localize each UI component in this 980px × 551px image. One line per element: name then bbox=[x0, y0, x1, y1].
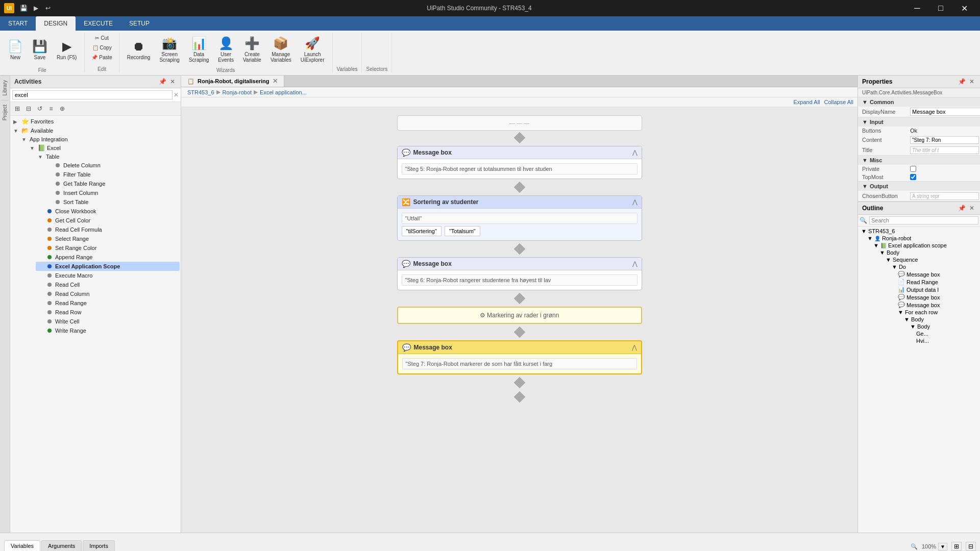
tree-filter-table[interactable]: Filter Table bbox=[44, 170, 180, 179]
grid-view-btn[interactable]: ⊟ bbox=[966, 542, 976, 551]
project-label[interactable]: Project bbox=[1, 100, 9, 124]
tree-excel[interactable]: ▼ 📗 Excel bbox=[28, 143, 180, 153]
app-integration-expand[interactable]: ▼ bbox=[21, 137, 28, 142]
tree-available[interactable]: ▼ 📂 Available bbox=[11, 126, 180, 135]
run-button[interactable]: ▶ Run (F5) bbox=[53, 34, 80, 65]
outline-ronja-expand[interactable]: ▼ bbox=[867, 235, 873, 241]
prop-section-misc-header[interactable]: ▼ Misc bbox=[858, 156, 980, 165]
tree-delete-column[interactable]: Delete Column bbox=[44, 161, 180, 170]
workflow-node-msg2[interactable]: 💬 Message box ⋀ "Steg 6: Ronja-Robot ran… bbox=[397, 257, 642, 290]
tab-imports[interactable]: Imports bbox=[83, 540, 115, 551]
tree-execute-macro[interactable]: Execute Macro bbox=[36, 271, 180, 280]
table-expand[interactable]: ▼ bbox=[38, 154, 44, 160]
node-collapse-msg3[interactable]: ⋀ bbox=[632, 344, 637, 351]
close-panel-btn[interactable]: ✕ bbox=[168, 78, 177, 86]
zoom-dropdown-btn[interactable]: ▼ bbox=[938, 543, 947, 550]
tree-insert-column[interactable]: Insert Column bbox=[44, 188, 180, 197]
outline-close-btn[interactable]: ✕ bbox=[968, 204, 976, 212]
outline-body3-expand[interactable]: ▼ bbox=[910, 323, 916, 330]
tree-write-cell[interactable]: Write Cell bbox=[36, 317, 180, 326]
prop-section-output-header[interactable]: ▼ Output bbox=[858, 182, 980, 191]
recording-button[interactable]: ⏺ Recording bbox=[124, 34, 154, 65]
save-quick-btn[interactable]: 💾 bbox=[18, 3, 29, 13]
workflow-node-marking[interactable]: ⚙ Markering av rader i grønn bbox=[397, 307, 642, 324]
outline-str453-expand[interactable]: ▼ bbox=[861, 228, 867, 234]
cut-button[interactable]: ✂ Cut bbox=[89, 34, 114, 42]
copy-button[interactable]: 📋 Copy bbox=[89, 43, 114, 52]
breadcrumb-str453[interactable]: STR453_6 bbox=[187, 89, 214, 95]
tab-variables[interactable]: Variables bbox=[4, 540, 40, 551]
tree-app-integration[interactable]: ▼ App Integration bbox=[19, 135, 180, 143]
outline-output-data[interactable]: 📊 Output data l bbox=[896, 286, 979, 293]
favorites-expand[interactable]: ▶ bbox=[13, 119, 19, 124]
outline-str453[interactable]: ▼ STR453_6 bbox=[859, 228, 979, 235]
expand-all-btn[interactable]: Expand All bbox=[794, 99, 820, 105]
canvas-tab-close[interactable]: ✕ bbox=[273, 78, 278, 85]
screen-scraping-button[interactable]: 📸 ScreenScraping bbox=[156, 34, 183, 65]
tree-table[interactable]: ▼ Table bbox=[36, 153, 180, 161]
node-collapse-msg1[interactable]: ⋀ bbox=[632, 149, 638, 156]
create-variable-button[interactable]: ➕ CreateVariable bbox=[239, 34, 265, 65]
library-label[interactable]: Library bbox=[1, 76, 9, 100]
new-button[interactable]: 📄 New bbox=[4, 34, 27, 65]
outline-body2-expand[interactable]: ▼ bbox=[904, 316, 910, 322]
tree-select-range[interactable]: Select Range bbox=[36, 234, 180, 243]
excel-expand[interactable]: ▼ bbox=[30, 145, 36, 151]
tree-sort-table[interactable]: Sort Table bbox=[44, 197, 180, 207]
expand-all-tree-btn[interactable]: ⊞ bbox=[12, 104, 22, 114]
workflow-node-sort[interactable]: 🔀 Sortering av studenter ⋀ "Utfall" "til… bbox=[397, 195, 642, 241]
private-checkbox[interactable] bbox=[910, 166, 916, 172]
tab-setup[interactable]: SETUP bbox=[121, 16, 158, 31]
node-collapse-sort[interactable]: ⋀ bbox=[632, 198, 638, 206]
breadcrumb-excel[interactable]: Excel application... bbox=[260, 89, 307, 95]
tree-close-workbook[interactable]: Close Workbook bbox=[36, 207, 180, 216]
collapse-all-tree-btn[interactable]: ⊟ bbox=[23, 104, 34, 114]
tab-start[interactable]: START bbox=[0, 16, 36, 31]
canvas-tab-main[interactable]: 📋 Ronja-Robot, digitalisering ✕ bbox=[181, 76, 284, 87]
data-scraping-button[interactable]: 📊 DataScraping bbox=[185, 34, 212, 65]
topmost-checkbox[interactable] bbox=[910, 174, 916, 180]
tree-get-table-range[interactable]: Get Table Range bbox=[44, 179, 180, 188]
outline-excel-scope[interactable]: ▼ 📗 Excel application scope bbox=[871, 242, 979, 249]
manage-variables-button[interactable]: 📦 ManageVariables bbox=[267, 34, 295, 65]
add-activity-btn[interactable]: ⊕ bbox=[57, 104, 67, 114]
displayname-input[interactable] bbox=[910, 108, 980, 116]
minimize-btn[interactable]: ─ bbox=[905, 0, 929, 16]
tree-set-range-color[interactable]: Set Range Color bbox=[36, 243, 180, 253]
run-quick-btn[interactable]: ▶ bbox=[31, 3, 41, 13]
refresh-tree-btn[interactable]: ↺ bbox=[35, 104, 45, 114]
node-collapse-msg2[interactable]: ⋀ bbox=[632, 260, 638, 267]
prop-pin-btn[interactable]: 📌 bbox=[958, 78, 966, 86]
prop-section-input-header[interactable]: ▼ Input bbox=[858, 117, 980, 127]
fit-to-screen-btn[interactable]: ⊞ bbox=[951, 542, 962, 551]
prop-section-common-header[interactable]: ▼ Common bbox=[858, 97, 980, 107]
user-events-button[interactable]: 👤 UserEvents bbox=[214, 34, 237, 65]
outline-body2[interactable]: ▼ Body bbox=[902, 316, 979, 323]
outline-body1-expand[interactable]: ▼ bbox=[879, 249, 885, 256]
tree-favorites[interactable]: ▶ ⭐ Favorites bbox=[11, 117, 180, 126]
outline-body3[interactable]: ▼ Body bbox=[908, 323, 979, 330]
tree-excel-app-scope[interactable]: Excel Application Scope bbox=[36, 262, 180, 271]
outline-ronja-robot[interactable]: ▼ 👤 Ronja-robot bbox=[865, 235, 979, 242]
undo-quick-btn[interactable]: ↩ bbox=[43, 3, 53, 13]
tree-read-range[interactable]: Read Range bbox=[36, 298, 180, 308]
canvas-content[interactable]: — — — 💬 Message box ⋀ "Steg 5: Ronja-Rob… bbox=[181, 107, 857, 533]
outline-read-range[interactable]: 📄 Read Range bbox=[896, 278, 979, 286]
tree-write-range[interactable]: Write Range bbox=[36, 326, 180, 335]
outline-excel-scope-expand[interactable]: ▼ bbox=[873, 242, 879, 248]
outline-hvi[interactable]: Hvi... bbox=[914, 337, 979, 344]
paste-button[interactable]: 📌 Paste bbox=[89, 53, 114, 62]
tab-design[interactable]: DESIGN bbox=[36, 16, 76, 31]
tree-read-cell[interactable]: Read Cell bbox=[36, 280, 180, 289]
workflow-node-msg3[interactable]: 💬 Message box ⋀ "Steg 7: Ronja-Robot mar… bbox=[397, 340, 642, 374]
outline-msg-box3[interactable]: 💬 Message box bbox=[896, 301, 979, 309]
available-expand[interactable]: ▼ bbox=[13, 128, 19, 134]
tree-read-row[interactable]: Read Row bbox=[36, 308, 180, 317]
outline-sequence-expand[interactable]: ▼ bbox=[886, 257, 891, 263]
tree-read-cell-formula[interactable]: Read Cell Formula bbox=[36, 225, 180, 234]
outline-pin-btn[interactable]: 📌 bbox=[958, 204, 966, 212]
search-input[interactable] bbox=[12, 90, 173, 99]
outline-msg-box2[interactable]: 💬 Message box bbox=[896, 293, 979, 301]
tree-append-range[interactable]: Append Range bbox=[36, 253, 180, 262]
content-input[interactable] bbox=[910, 136, 979, 144]
